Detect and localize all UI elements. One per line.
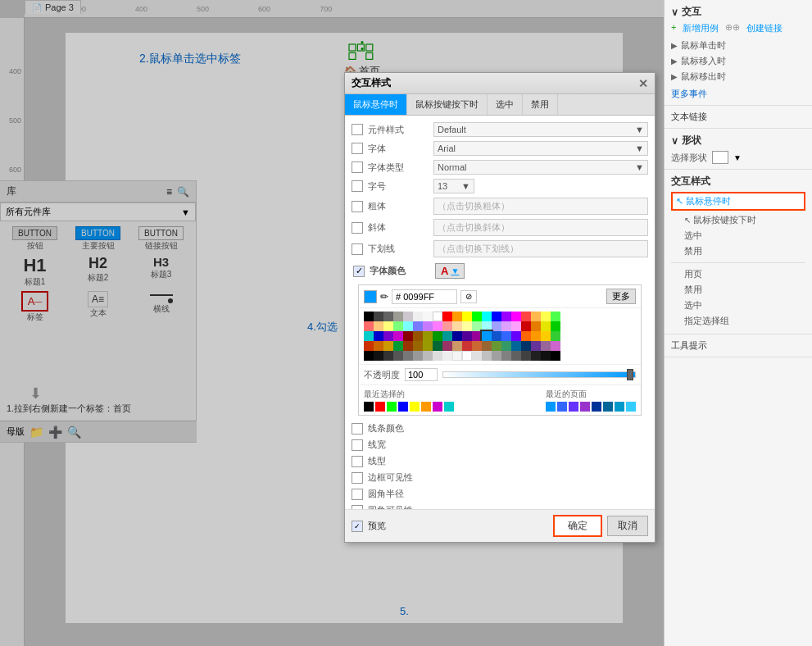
recent-color-5[interactable] [410,402,420,412]
recent-color-1[interactable] [364,402,374,412]
recent-page-1[interactable] [546,402,556,412]
color-cell[interactable] [403,341,413,351]
value-underline[interactable]: （点击切换下划线） [433,240,648,257]
color-cell[interactable] [541,312,551,321]
interaction-style-mousedown[interactable]: ↖ 鼠标按键按下时 [671,212,805,228]
color-cell[interactable] [393,331,403,341]
font-color-button[interactable]: A ▼ [435,263,465,279]
color-cell[interactable] [393,321,403,331]
color-cell[interactable] [452,312,462,321]
color-cell[interactable] [442,331,452,341]
color-cell-selected[interactable] [482,331,492,341]
color-cell[interactable] [433,331,442,341]
value-component-style[interactable]: Default▼ [433,122,648,137]
color-cell[interactable] [492,331,501,341]
recent-page-8[interactable] [626,402,636,412]
color-cell[interactable] [501,321,511,331]
color-cell[interactable] [383,341,393,351]
color-cell[interactable] [521,331,531,341]
shape-box[interactable] [712,151,728,164]
color-cell[interactable] [413,351,423,361]
color-cell[interactable] [413,341,423,351]
tab-selected[interactable]: 选中 [488,94,523,115]
color-cell[interactable] [521,351,531,361]
color-cell[interactable] [492,321,501,331]
check-font-size[interactable] [352,180,363,192]
color-cell[interactable] [541,321,551,331]
color-cell[interactable] [452,321,462,331]
interaction-style-hover[interactable]: ↖ 鼠标悬停时 [671,192,805,211]
modal-scroll-area[interactable]: 元件样式 Default▼ 字体 Arial▼ 字体类型 [345,116,655,509]
check-component-style[interactable] [352,124,363,135]
interaction-style-selected[interactable]: 选中 [671,228,805,243]
color-cell[interactable] [472,321,482,331]
color-cell[interactable] [413,321,423,331]
interaction-style-disabled-2[interactable]: 禁用 [671,282,805,298]
color-cell[interactable] [511,341,521,351]
recent-color-3[interactable] [387,402,397,412]
modal-close-button[interactable]: ✕ [638,77,648,90]
interaction-style-selected-2[interactable]: 选中 [671,298,805,313]
color-swatch-blue[interactable] [364,290,377,303]
color-cell[interactable] [383,331,393,341]
value-italic[interactable]: （点击切换斜体） [433,219,648,236]
color-cell[interactable] [482,321,492,331]
color-cell[interactable] [501,351,511,361]
color-cell[interactable] [551,341,560,351]
value-font-size[interactable]: 13▼ [433,179,474,193]
color-cell[interactable] [413,312,423,321]
color-cell[interactable] [482,312,492,321]
interaction-style-usepage[interactable]: 用页 [671,266,805,282]
color-cell[interactable] [531,351,541,361]
recent-color-7[interactable] [433,402,442,412]
check-font-type[interactable] [352,162,363,173]
color-cell[interactable] [364,341,374,351]
color-cell[interactable] [423,321,433,331]
color-cell[interactable] [452,341,462,351]
pencil-icon[interactable]: ✏ [380,291,388,303]
color-cell[interactable] [472,312,482,321]
color-cell[interactable] [521,341,531,351]
color-cell[interactable] [511,312,521,321]
recent-page-5[interactable] [592,402,601,412]
opacity-input[interactable] [405,368,438,381]
check-underline[interactable] [352,243,363,255]
color-cell[interactable] [482,351,492,361]
value-bold[interactable]: （点击切换粗体） [433,198,648,215]
color-cell[interactable] [482,341,492,351]
color-cell[interactable] [433,321,442,331]
color-cell[interactable] [452,331,462,341]
color-cell[interactable] [501,312,511,321]
color-cell[interactable] [521,321,531,331]
color-cell[interactable] [442,341,452,351]
color-cell[interactable] [462,312,472,321]
check-line-color[interactable] [352,423,363,434]
opacity-slider[interactable] [442,371,636,378]
color-cell[interactable] [364,351,374,361]
add-use-case-link[interactable]: 新增用例 [683,22,719,34]
hex-input[interactable]: # 0099FF [392,289,457,304]
color-cell[interactable] [442,321,452,331]
tab-hover[interactable]: 鼠标悬停时 [345,94,407,115]
more-events-link[interactable]: 更多事件 [671,88,805,100]
check-line-style[interactable] [352,456,363,467]
check-font-color[interactable]: ✓ [353,266,365,277]
color-cell[interactable] [374,341,383,351]
color-cell[interactable] [531,341,541,351]
color-cell[interactable] [511,351,521,361]
color-cell[interactable] [423,351,433,361]
color-cell[interactable] [364,312,374,321]
color-cell[interactable] [551,312,560,321]
color-cell[interactable] [374,312,383,321]
create-link[interactable]: 创建链接 [746,22,783,34]
interaction-style-disabled[interactable]: 禁用 [671,243,805,259]
color-cell[interactable] [442,351,452,361]
color-cell[interactable] [492,351,501,361]
recent-page-2[interactable] [557,402,567,412]
check-italic[interactable] [352,222,363,234]
value-font-type[interactable]: Normal▼ [433,160,648,175]
color-cell[interactable] [452,351,462,361]
check-font[interactable] [352,143,363,154]
color-cell[interactable] [383,312,393,321]
color-cell[interactable] [423,331,433,341]
